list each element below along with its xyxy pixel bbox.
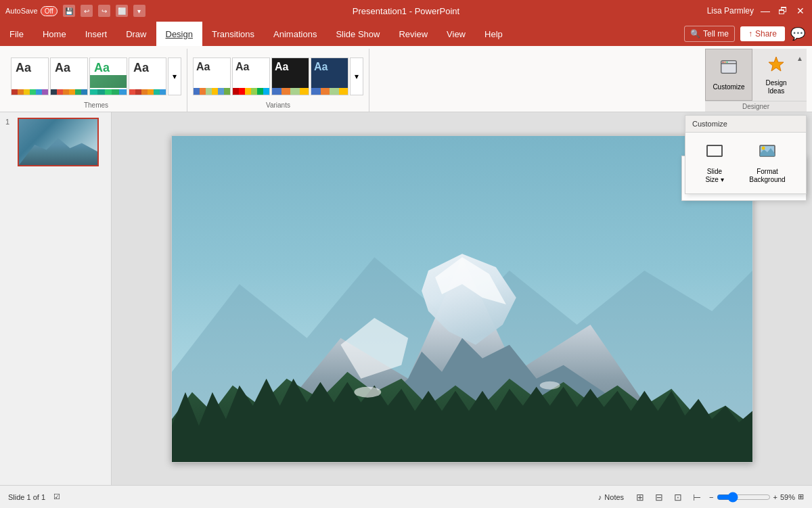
slide-size-label: SlideSize ▾ <box>705 168 723 184</box>
variant-item-3[interactable]: Aa <box>271 57 309 95</box>
share-button[interactable]: ↑ Share <box>740 26 785 41</box>
theme-4-letter: Aa <box>129 58 166 75</box>
language-indicator[interactable]: ☑ <box>53 492 60 501</box>
save-icon[interactable]: 💾 <box>63 5 75 17</box>
zoom-level: 59% <box>780 493 795 501</box>
menu-insert[interactable]: Insert <box>76 22 117 46</box>
menu-bar: File Home Insert Draw Design Transitions… <box>0 22 812 46</box>
theme-1-letter: Aa <box>12 58 48 75</box>
theme-3-letter: Aa <box>90 58 127 75</box>
menu-slideshow[interactable]: Slide Show <box>326 22 389 46</box>
tell-me-label: Tell me <box>703 29 729 39</box>
present-icon[interactable]: ⬜ <box>116 5 128 17</box>
menu-bar-right: 🔍 Tell me ↑ Share 💬 <box>684 22 812 46</box>
menu-help[interactable]: Help <box>475 22 512 46</box>
variants-more-button[interactable]: ▾ <box>350 57 363 95</box>
menu-animations[interactable]: Animations <box>264 22 326 46</box>
restore-button[interactable]: 🗗 <box>777 5 789 17</box>
view-slide-sorter-button[interactable]: ⊟ <box>652 490 666 504</box>
svg-rect-7 <box>707 145 722 156</box>
theme-3-colors <box>90 89 127 95</box>
svg-marker-6 <box>769 57 784 71</box>
theme-color-bar <box>30 89 36 95</box>
format-background-label: FormatBackground <box>749 168 785 184</box>
slide-panel: 1 <box>0 112 112 485</box>
designer-buttons: Customize DesignIdeas <box>705 49 807 101</box>
zoom-fit-icon[interactable]: ⊞ <box>798 492 804 501</box>
redo-icon[interactable]: ↪ <box>98 5 110 17</box>
menu-review[interactable]: Review <box>389 22 437 46</box>
zoom-slider[interactable] <box>717 492 771 503</box>
menu-file[interactable]: File <box>0 22 33 46</box>
customize-label: Customize <box>713 83 744 91</box>
variant-item-4[interactable]: Aa <box>311 57 348 95</box>
theme-item-3[interactable]: Aa <box>89 57 127 95</box>
customize-dropdown-items: SlideSize ▾ FormatBackground <box>685 133 806 193</box>
svg-point-14 <box>762 147 765 150</box>
title-bar-left: AutoSave Off 💾 ↩ ↪ ⬜ ▾ <box>5 5 145 17</box>
menu-view[interactable]: View <box>437 22 475 46</box>
themes-label: Themes <box>84 101 108 110</box>
menu-home[interactable]: Home <box>33 22 76 46</box>
view-presenter-button[interactable]: ⊢ <box>690 490 704 504</box>
design-ideas-icon <box>767 55 786 78</box>
slide-svg: ✦ <box>172 136 752 462</box>
undo-icon[interactable]: ↩ <box>81 5 93 17</box>
svg-point-24 <box>354 386 381 397</box>
variant-item-2[interactable]: Aa <box>232 57 270 95</box>
close-button[interactable]: ✕ <box>794 5 807 17</box>
share-icon: ↑ <box>748 29 752 39</box>
variants-group: Aa Aa <box>187 49 369 112</box>
svg-rect-1 <box>721 61 736 73</box>
svg-point-4 <box>725 62 726 63</box>
zoom-in-icon[interactable]: + <box>773 493 777 501</box>
title-bar-right: Lisa Parmley — 🗗 ✕ <box>707 5 807 17</box>
zoom-out-icon[interactable]: − <box>709 493 713 501</box>
tell-me-button[interactable]: 🔍 Tell me <box>684 26 735 42</box>
svg-point-3 <box>723 62 724 63</box>
variants-content: Aa Aa <box>193 51 363 101</box>
notes-button[interactable]: ♪ Notes <box>594 492 628 503</box>
theme-2-letter: Aa <box>51 58 87 75</box>
view-reading-button[interactable]: ⊡ <box>671 490 685 504</box>
customize-button[interactable]: Customize <box>705 49 752 101</box>
app-title: Presentation1 - PowerPoint <box>353 6 459 16</box>
slide-size-button[interactable]: SlideSize ▾ <box>691 138 738 188</box>
ribbon-content: Aa Aa <box>5 49 807 112</box>
variants-label: Variants <box>266 101 290 110</box>
theme-item-2[interactable]: Aa <box>50 57 88 95</box>
theme-1-colors <box>12 89 48 95</box>
view-normal-button[interactable]: ⊞ <box>633 490 647 504</box>
variant-item-1[interactable]: Aa <box>193 57 231 95</box>
status-right: ♪ Notes ⊞ ⊟ ⊡ ⊢ − + 59% ⊞ <box>594 490 804 504</box>
autosave-toggle[interactable]: Off <box>41 6 58 16</box>
menu-draw[interactable]: Draw <box>116 22 156 46</box>
collapse-ribbon-button[interactable]: ▲ <box>793 51 807 65</box>
comment-button[interactable]: 💬 <box>790 26 805 41</box>
slide-number-1: 1 <box>5 118 14 126</box>
variant-3-bars <box>272 88 309 95</box>
slide-thumbnail-1[interactable]: 1 <box>5 118 106 166</box>
dropdown-icon[interactable]: ▾ <box>133 5 145 17</box>
design-ideas-label: DesignIdeas <box>765 79 786 95</box>
theme-3-accent <box>90 75 127 88</box>
menu-transitions[interactable]: Transitions <box>202 22 264 46</box>
variant-1-bars <box>194 88 230 95</box>
theme-item-1[interactable]: Aa <box>11 57 49 95</box>
format-background-button[interactable]: FormatBackground <box>744 138 791 188</box>
theme-color-bar <box>42 89 48 95</box>
slide-info: Slide 1 of 1 <box>8 493 45 501</box>
ribbon: Aa Aa <box>0 46 812 112</box>
designer-group: Customize DesignIdeas Designer Customize <box>705 49 807 112</box>
theme-color-bar <box>36 89 42 95</box>
theme-color-bar <box>24 89 30 95</box>
slide-thumb-mountain <box>19 131 97 165</box>
autosave-control[interactable]: AutoSave Off <box>5 6 58 16</box>
menu-design[interactable]: Design <box>156 22 202 46</box>
slide-canvas[interactable]: ✦ <box>171 135 753 463</box>
minimize-button[interactable]: — <box>759 5 771 17</box>
share-label: Share <box>755 29 777 39</box>
svg-point-25 <box>539 381 560 389</box>
theme-item-4[interactable]: Aa <box>129 57 166 95</box>
themes-more-button[interactable]: ▾ <box>168 57 181 95</box>
